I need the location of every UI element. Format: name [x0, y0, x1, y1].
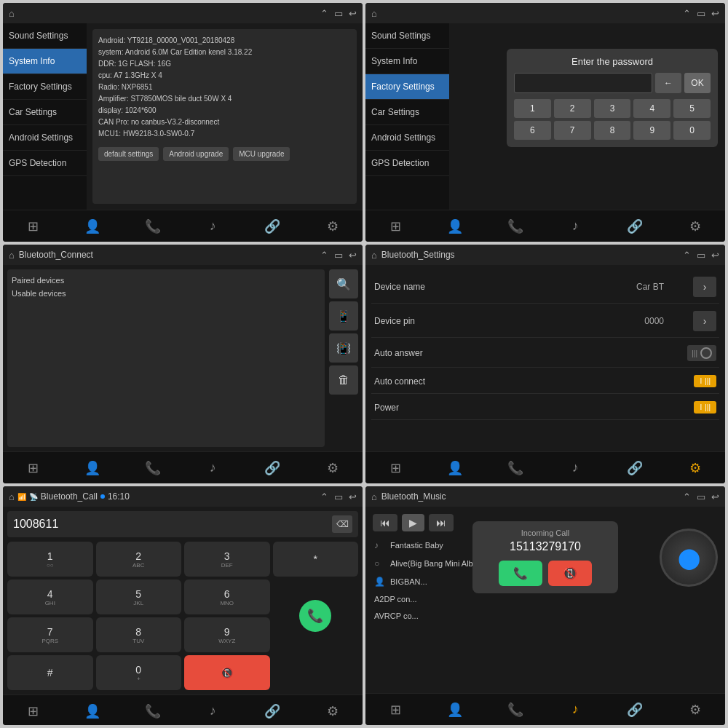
- nav5-phone-button[interactable]: 📞: [140, 698, 166, 724]
- nav-music-button[interactable]: ♪: [199, 213, 226, 240]
- nav6-gear-button[interactable]: ⚙: [682, 697, 708, 723]
- password-ok-button[interactable]: OK: [684, 73, 711, 93]
- decline-call-button[interactable]: 📵: [548, 561, 592, 586]
- dial-6[interactable]: 6MNO: [184, 579, 270, 614]
- dial-2[interactable]: 2ABC: [96, 542, 182, 577]
- up-icon-4[interactable]: ⌃: [683, 250, 691, 261]
- prev-track-button[interactable]: ⏮: [373, 514, 397, 531]
- device-pin-arrow[interactable]: ›: [693, 311, 716, 331]
- nav2-link-button[interactable]: 🔗: [622, 213, 648, 240]
- up-icon-5[interactable]: ⌃: [320, 491, 328, 502]
- nav-link-button[interactable]: 🔗: [259, 213, 285, 240]
- nav4-grid-button[interactable]: ⊞: [382, 455, 408, 481]
- window-icon-6[interactable]: ▭: [697, 491, 705, 502]
- nav2-gear-button[interactable]: ⚙: [682, 213, 708, 240]
- home-icon-3[interactable]: ⌂: [9, 250, 15, 261]
- window-icon-2[interactable]: ▭: [697, 8, 705, 19]
- back-icon-5[interactable]: ↩: [349, 491, 357, 502]
- dial-9[interactable]: 9WXYZ: [184, 617, 270, 652]
- nav-phone-button[interactable]: 📞: [140, 213, 166, 240]
- nav4-link-button[interactable]: 🔗: [622, 455, 648, 481]
- call-button[interactable]: 📞: [299, 600, 331, 632]
- dial-hash[interactable]: #: [7, 655, 93, 690]
- nav5-gear-button[interactable]: ⚙: [320, 698, 346, 724]
- nav6-link-button[interactable]: 🔗: [622, 697, 648, 723]
- window-icon-4[interactable]: ▭: [697, 250, 705, 261]
- back-icon-2[interactable]: ↩: [711, 8, 719, 19]
- device-name-arrow[interactable]: ›: [693, 277, 716, 297]
- nav3-music-button[interactable]: ♪: [199, 455, 226, 481]
- play-button[interactable]: ▶: [402, 514, 424, 531]
- sidebar2-system-info[interactable]: System Info: [365, 49, 449, 74]
- home-icon[interactable]: ⌂: [9, 8, 15, 19]
- sidebar-item-sound-settings[interactable]: Sound Settings: [3, 23, 87, 49]
- nav4-gear-button[interactable]: ⚙: [682, 455, 708, 481]
- numpad-6[interactable]: 6: [514, 121, 551, 140]
- up-icon-2[interactable]: ⌃: [683, 8, 691, 19]
- home-icon-6[interactable]: ⌂: [371, 491, 377, 502]
- nav6-music-button[interactable]: ♪: [562, 697, 588, 723]
- nav5-grid-button[interactable]: ⊞: [20, 698, 46, 724]
- window-icon[interactable]: ▭: [334, 8, 343, 19]
- nav-gear-button[interactable]: ⚙: [320, 213, 346, 240]
- nav5-link-button[interactable]: 🔗: [259, 698, 285, 724]
- dial-3[interactable]: 3DEF: [184, 542, 270, 577]
- nav4-music-button[interactable]: ♪: [562, 455, 588, 481]
- sidebar-item-android-settings[interactable]: Android Settings: [3, 125, 87, 151]
- default-settings-button[interactable]: default settings: [98, 147, 159, 161]
- nav4-phone-button[interactable]: 📞: [502, 455, 529, 481]
- sidebar2-gps-detection[interactable]: GPS Detection: [365, 151, 449, 176]
- nav5-user-button[interactable]: 👤: [79, 698, 106, 724]
- up-icon[interactable]: ⌃: [320, 8, 328, 19]
- numpad-1[interactable]: 1: [514, 99, 551, 118]
- call-delete-button[interactable]: ⌫: [332, 515, 352, 533]
- dial-0[interactable]: 0+: [96, 655, 182, 690]
- phone-bt-button[interactable]: 📱: [329, 301, 358, 331]
- numpad-3[interactable]: 3: [594, 99, 631, 118]
- vibrate-bt-button[interactable]: 📳: [329, 333, 358, 363]
- numpad-4[interactable]: 4: [633, 99, 670, 118]
- auto-connect-toggle[interactable]: I |||: [694, 375, 716, 387]
- dial-5[interactable]: 5JKL: [96, 579, 182, 614]
- numpad-0[interactable]: 0: [673, 121, 711, 140]
- mcu-upgrade-button[interactable]: MCU upgrade: [233, 147, 290, 161]
- back-icon-3[interactable]: ↩: [349, 250, 357, 261]
- nav2-user-button[interactable]: 👤: [442, 213, 468, 240]
- dial-8[interactable]: 8TUV: [96, 617, 182, 652]
- numpad-8[interactable]: 8: [594, 121, 631, 140]
- back-icon-4[interactable]: ↩: [711, 250, 719, 261]
- dial-star[interactable]: *: [273, 542, 359, 577]
- nav3-gear-button[interactable]: ⚙: [320, 455, 346, 481]
- nav6-phone-button[interactable]: 📞: [502, 697, 529, 723]
- dial-1[interactable]: 1○○: [7, 542, 93, 577]
- nav3-user-button[interactable]: 👤: [79, 455, 106, 481]
- nav5-music-button[interactable]: ♪: [199, 698, 226, 724]
- numpad-9[interactable]: 9: [633, 121, 670, 140]
- window-icon-5[interactable]: ▭: [334, 491, 343, 502]
- power-toggle[interactable]: I |||: [694, 401, 716, 414]
- nav2-music-button[interactable]: ♪: [562, 213, 588, 240]
- search-bt-button[interactable]: 🔍: [329, 269, 358, 298]
- window-icon-3[interactable]: ▭: [334, 250, 343, 261]
- sidebar2-car-settings[interactable]: Car Settings: [365, 100, 449, 125]
- nav3-grid-button[interactable]: ⊞: [20, 455, 46, 481]
- password-input[interactable]: [514, 73, 652, 93]
- numpad-7[interactable]: 7: [554, 121, 591, 140]
- sidebar-item-car-settings[interactable]: Car Settings: [3, 100, 87, 125]
- nav2-phone-button[interactable]: 📞: [502, 213, 529, 240]
- next-track-button[interactable]: ⏭: [429, 514, 454, 531]
- sidebar-item-system-info[interactable]: System Info: [3, 49, 87, 74]
- dial-4[interactable]: 4GHI: [7, 579, 93, 614]
- numpad-5[interactable]: 5: [673, 99, 711, 118]
- sidebar-item-factory-settings[interactable]: Factory Settings: [3, 74, 87, 100]
- auto-answer-toggle[interactable]: |||: [687, 345, 716, 361]
- sidebar2-android-settings[interactable]: Android Settings: [365, 125, 449, 151]
- sidebar2-factory-settings[interactable]: Factory Settings: [365, 74, 449, 100]
- nav2-grid-button[interactable]: ⊞: [382, 213, 408, 240]
- nav-grid-button[interactable]: ⊞: [20, 213, 46, 240]
- up-icon-3[interactable]: ⌃: [320, 250, 328, 261]
- dial-7[interactable]: 7PQRS: [7, 617, 93, 652]
- nav-user-button[interactable]: 👤: [79, 213, 106, 240]
- delete-bt-button[interactable]: 🗑: [329, 365, 358, 395]
- android-upgrade-button[interactable]: Android upgrade: [163, 147, 229, 161]
